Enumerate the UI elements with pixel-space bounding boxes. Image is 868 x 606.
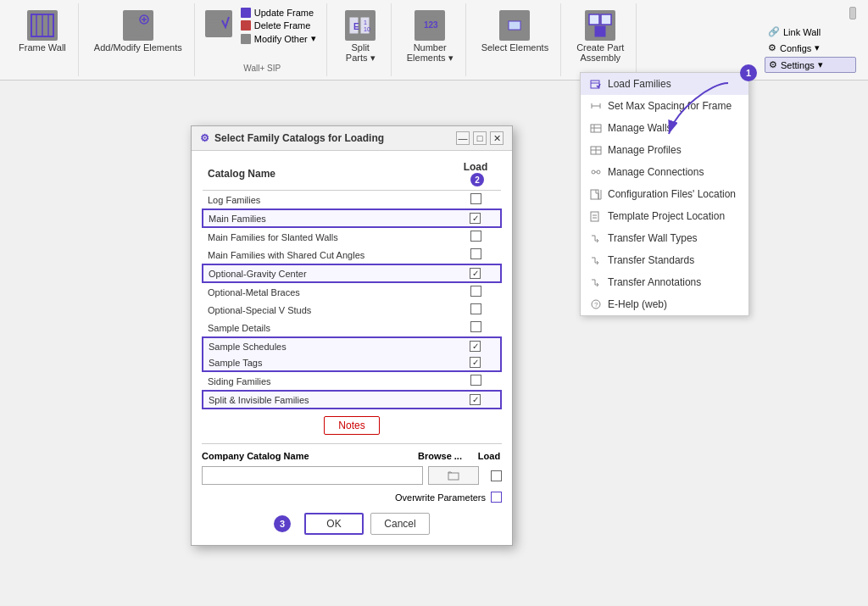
toolbar-group-number: 123 NumberElements ▾ <box>395 3 466 76</box>
dialog-close-button[interactable]: ✕ <box>490 131 504 145</box>
wall-sip-label: Wall+ SIP <box>243 62 281 73</box>
dropdown-item-manage-profiles[interactable]: Manage Profiles <box>581 139 748 161</box>
split-invisible-checkbox[interactable]: ✓ <box>470 394 481 405</box>
load-cell[interactable] <box>450 319 501 337</box>
transfer-annotations-icon <box>589 275 603 289</box>
load-cell[interactable] <box>450 227 501 246</box>
dropdown-item-load-families[interactable]: Load Families <box>581 73 748 95</box>
svg-text:E: E <box>353 22 359 31</box>
scrollbar-stub[interactable] <box>849 7 856 19</box>
load-cell[interactable] <box>450 191 501 210</box>
split-parts-button[interactable]: E110 SplitParts ▾ <box>337 7 384 67</box>
link-wall-button[interactable]: 🔗 Link Wall <box>765 25 856 39</box>
update-frame-button[interactable]: Update Frame <box>237 7 320 19</box>
sample-tags-checkbox[interactable]: ✓ <box>470 357 481 368</box>
create-part-label: Create PartAssembly <box>576 42 624 63</box>
update-delete-top: Update Frame Delete Frame Modify Other ▾ <box>237 7 320 45</box>
select-elements-label: Select Elements <box>481 42 548 53</box>
table-row-highlighted: Sample Schedules ✓ <box>203 337 501 354</box>
add-modify-label: Add/Modify Elements <box>94 42 182 53</box>
dialog-title-icon: ⚙ <box>200 132 209 144</box>
load-cell[interactable]: ✓ <box>450 391 501 409</box>
main-families-checkbox[interactable]: ✓ <box>470 213 481 224</box>
modify-other-button[interactable]: Modify Other ▾ <box>237 32 320 45</box>
notes-button-container: Notes <box>202 416 502 435</box>
badge-1-container: 1 <box>740 64 757 81</box>
dialog-minimize-button[interactable]: — <box>456 131 470 145</box>
settings-label: Settings <box>781 60 815 70</box>
overwrite-parameters-checkbox[interactable] <box>491 492 502 503</box>
dropdown-item-transfer-standards[interactable]: Transfer Standards <box>581 249 748 271</box>
dropdown-item-ehelp[interactable]: ? E-Help (web) <box>581 293 748 315</box>
load-cell[interactable]: ✓ <box>450 354 501 371</box>
catalog-name-cell: Split & Invisible Families <box>203 391 450 409</box>
toolbar-group-frame-wall: Frame Wall <box>7 3 79 76</box>
badge-3: 3 <box>274 515 291 532</box>
create-part-assembly-button[interactable]: Create PartAssembly <box>571 7 629 66</box>
dropdown-item-config-files[interactable]: Configuration Files' Location <box>581 183 748 205</box>
sample-details-checkbox[interactable] <box>470 321 481 332</box>
log-families-checkbox[interactable] <box>470 193 481 204</box>
load-cell[interactable] <box>450 246 501 264</box>
table-row: Sample Details <box>203 319 501 337</box>
modify-other-icon <box>241 34 251 44</box>
dropdown-item-manage-connections[interactable]: Manage Connections <box>581 161 748 183</box>
ok-button[interactable]: OK <box>304 513 364 535</box>
optional-gravity-checkbox[interactable]: ✓ <box>470 268 481 279</box>
main-slanted-checkbox[interactable] <box>470 231 481 242</box>
browse-button[interactable] <box>428 466 479 485</box>
ehelp-icon: ? <box>589 297 603 311</box>
notes-button[interactable]: Notes <box>324 416 379 435</box>
siding-checkbox[interactable] <box>470 375 481 386</box>
dropdown-item-template-project[interactable]: Template Project Location <box>581 205 748 227</box>
dropdown-manage-connections-label: Manage Connections <box>608 166 704 178</box>
load-cell[interactable]: ✓ <box>450 264 501 282</box>
cancel-button[interactable]: Cancel <box>370 513 430 535</box>
select-elements-button[interactable]: Select Elements <box>476 7 554 56</box>
load-cell[interactable]: ✓ <box>450 209 501 227</box>
toolbar-spacer <box>640 3 756 76</box>
dialog-maximize-button[interactable]: □ <box>473 131 487 145</box>
dropdown-manage-walls-label: Manage Walls <box>608 122 672 134</box>
settings-button[interactable]: ⚙ Settings ▾ <box>765 57 856 73</box>
load-cell[interactable] <box>450 301 501 319</box>
dropdown-item-transfer-annotations[interactable]: Transfer Annotations <box>581 271 748 293</box>
dropdown-item-max-spacing[interactable]: Set Max Spacing for Frame <box>581 95 748 117</box>
table-row: Optional-Metal Braces <box>203 282 501 301</box>
config-files-icon <box>589 187 603 201</box>
optional-metal-checkbox[interactable] <box>470 286 481 297</box>
load-cell[interactable]: ✓ <box>450 337 501 354</box>
main-shared-checkbox[interactable] <box>470 248 481 259</box>
settings-arrow: ▾ <box>818 59 823 70</box>
split-parts-icon: E110 <box>345 10 376 41</box>
dropdown-transfer-annotations-label: Transfer Annotations <box>608 276 701 288</box>
company-load-checkbox[interactable] <box>491 470 502 481</box>
dropdown-item-manage-walls[interactable]: Manage Walls <box>581 117 748 139</box>
load-cell[interactable] <box>450 282 501 301</box>
load-cell[interactable] <box>450 371 501 391</box>
sample-schedules-checkbox[interactable]: ✓ <box>470 341 481 352</box>
catalog-name-cell: Sample Tags <box>203 354 450 371</box>
frame-wall-button[interactable]: Frame Wall <box>14 7 71 56</box>
company-catalog-header: Company Catalog Name Browse ... Load <box>202 451 502 461</box>
dialog-controls: — □ ✕ <box>456 131 504 145</box>
load-families-icon <box>589 77 603 91</box>
dialog-body: Catalog Name Load 2 Log Families <box>192 151 512 545</box>
company-browse-label: Browse ... <box>410 451 470 461</box>
add-modify-button[interactable]: Add/Modify Elements <box>89 7 187 56</box>
svg-rect-40 <box>591 190 598 199</box>
number-elements-button[interactable]: 123 NumberElements ▾ <box>402 7 459 67</box>
configs-button[interactable]: ⚙ Configs ▾ <box>765 41 856 55</box>
svg-text:123: 123 <box>424 20 438 30</box>
transfer-standards-icon <box>589 253 603 267</box>
delete-frame-button[interactable]: Delete Frame <box>237 19 320 31</box>
dropdown-item-transfer-wall[interactable]: Transfer Wall Types <box>581 227 748 249</box>
update-delete-icon <box>205 10 232 37</box>
table-row: Main Families for Slanted Walls <box>203 227 501 246</box>
split-parts-label: SplitParts ▾ <box>346 42 376 64</box>
optional-special-checkbox[interactable] <box>470 303 481 314</box>
company-catalog-input[interactable] <box>202 466 423 485</box>
update-delete-buttons: Update Frame Delete Frame Modify Other ▾ <box>237 7 320 60</box>
toolbar-group-add-modify: Add/Modify Elements <box>82 3 195 76</box>
table-row: Optional-Special V Studs <box>203 301 501 319</box>
